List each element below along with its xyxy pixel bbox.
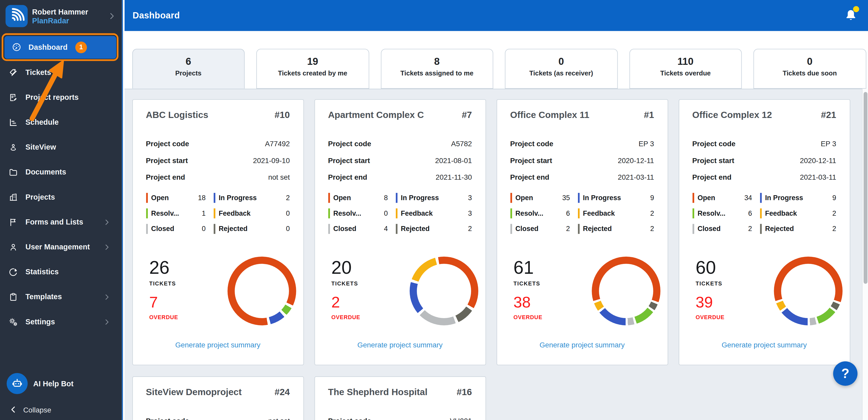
status-count: 0 — [384, 209, 388, 217]
field-value: 2021-03-11 — [618, 173, 654, 181]
project-field-row: Project code EP 3 — [692, 135, 836, 152]
status-color-bar — [578, 193, 580, 203]
field-value: A5782 — [451, 139, 472, 148]
status-color-bar — [213, 193, 215, 203]
status-label: In Progress — [765, 194, 830, 202]
sidebar-item-user-management[interactable]: User Management — [0, 234, 122, 259]
scrollbar-thumb[interactable] — [863, 92, 867, 284]
sidebar-item-documents[interactable]: Documents — [0, 160, 122, 185]
notifications-button[interactable] — [844, 8, 858, 23]
stat-value: 8 — [381, 55, 493, 68]
status-legend-item: Rejected 0 — [213, 224, 290, 234]
sidebar-item-settings[interactable]: Settings — [0, 309, 122, 334]
status-count: 9 — [650, 194, 654, 202]
status-legend-item: Closed 0 — [146, 224, 206, 234]
field-value: 2021-09-10 — [253, 156, 290, 164]
ticket-stats: 61 TICKETS 38 OVERDUE — [514, 258, 542, 320]
project-title: SiteView Demoproject — [146, 387, 242, 397]
sidebar-item-tickets[interactable]: Tickets — [0, 60, 122, 85]
status-label: Rejected — [583, 225, 648, 233]
dashboard-icon — [11, 42, 21, 52]
field-label: Project code — [328, 417, 371, 420]
project-field-row: Project end 2021-03-11 — [510, 169, 654, 185]
sidebar-item-forms-and-lists[interactable]: Forms and Lists — [0, 209, 122, 234]
ticket-stats: 26 TICKETS 7 OVERDUE — [149, 258, 178, 320]
sidebar-item-label: Projects — [25, 193, 55, 201]
status-count: 35 — [562, 194, 570, 202]
tab-projects[interactable]: 6 Projects — [132, 49, 245, 89]
project-card-header: Office Complex 11 #1 — [510, 110, 654, 120]
generate-summary-link[interactable]: Generate project summary — [315, 341, 485, 349]
sidebar-item-templates[interactable]: Templates — [0, 284, 122, 309]
notification-dot — [853, 6, 859, 12]
siteview-icon — [8, 142, 18, 152]
project-number: #24 — [275, 387, 290, 397]
tickets-caption: TICKETS — [331, 281, 360, 287]
sidebar-item-label: Settings — [25, 317, 55, 326]
tab-tickets-overdue[interactable]: 110 Tickets overdue — [629, 49, 742, 89]
status-legend: Open 35 In Progress 9 Resolv... 6 Feedba… — [510, 193, 654, 234]
status-color-bar — [395, 208, 397, 218]
status-legend-item: Open 34 — [692, 193, 752, 203]
account-name: Robert Hammer — [32, 7, 107, 16]
status-label: Rejected — [219, 225, 284, 233]
status-color-bar — [213, 208, 215, 218]
project-card-partial: The Shepherd Hospital #16 Project code V… — [314, 376, 486, 420]
project-field-row: Project code A77492 — [146, 135, 290, 152]
status-legend-item: Closed 2 — [692, 224, 752, 234]
status-count: 8 — [384, 194, 388, 202]
generate-summary-link[interactable]: Generate project summary — [132, 341, 303, 349]
ticket-stats: 60 TICKETS 39 OVERDUE — [695, 258, 724, 320]
generate-summary-link[interactable]: Generate project summary — [497, 341, 667, 349]
status-count: 0 — [286, 209, 290, 217]
status-color-bar — [760, 193, 762, 203]
page-title: Dashboard — [132, 11, 180, 21]
project-fields: Project code A5782 Project start 2021-08… — [328, 135, 472, 185]
status-count: 2 — [748, 225, 752, 233]
chevron-right-icon — [107, 12, 116, 21]
status-count: 2 — [566, 225, 570, 233]
field-label: Project code — [510, 139, 553, 148]
sidebar-item-label: Documents — [25, 168, 66, 176]
field-value: 2020-12-11 — [800, 156, 836, 164]
project-cards-row-1: ABC Logistics #10 Project code A77492 Pr… — [132, 99, 868, 365]
status-legend: Open 18 In Progress 2 Resolv... 1 Feedba… — [146, 193, 290, 234]
field-label: Project code — [328, 139, 371, 148]
field-value: not set — [268, 417, 290, 420]
status-label: Closed — [333, 225, 382, 233]
tickets-caption: TICKETS — [514, 281, 542, 287]
field-value: 2020-12-11 — [618, 156, 654, 164]
chevron-right-icon — [103, 293, 111, 301]
tab-tickets-due-soon[interactable]: 0 Tickets due soon — [753, 49, 866, 89]
sidebar-item-project-reports[interactable]: Project reports — [0, 85, 122, 110]
project-card-header: ABC Logistics #10 — [146, 110, 290, 120]
overdue-caption: OVERDUE — [514, 314, 542, 320]
tab-tickets-as-receiver[interactable]: 0 Tickets (as receiver) — [505, 49, 618, 89]
sidebar-item-label: User Management — [25, 243, 90, 251]
generate-summary-link[interactable]: Generate project summary — [679, 341, 849, 349]
tickets-count: 26 — [149, 258, 178, 277]
tab-tickets-created-by-me[interactable]: 19 Tickets created by me — [256, 49, 369, 89]
status-color-bar — [328, 224, 330, 234]
sidebar-item-siteview[interactable]: SiteView — [0, 135, 122, 160]
sidebar-item-ai-help-bot[interactable]: AI Help Bot — [7, 371, 116, 396]
stat-label: Tickets overdue — [630, 69, 741, 77]
sidebar-item-dashboard[interactable]: Dashboard 1 — [4, 36, 116, 59]
collapse-button[interactable]: Collapse — [9, 402, 51, 417]
status-color-bar — [510, 193, 512, 203]
help-button[interactable]: ? — [833, 361, 857, 386]
sidebar-item-schedule[interactable]: Schedule — [0, 110, 122, 135]
user-management-icon — [8, 242, 18, 252]
status-label: Open — [515, 194, 560, 202]
sidebar-item-statistics[interactable]: Statistics — [0, 259, 122, 284]
status-label: Resolv... — [515, 209, 564, 217]
sidebar-item-projects[interactable]: Projects — [0, 185, 122, 209]
status-color-bar — [146, 208, 148, 218]
field-label: Project code — [146, 417, 189, 420]
tickets-icon — [8, 67, 18, 77]
account-switcher[interactable]: Robert Hammer PlanRadar — [0, 0, 122, 32]
tab-tickets-assigned-to-me[interactable]: 8 Tickets assigned to me — [381, 49, 493, 89]
status-legend-item: Open 18 — [146, 193, 206, 203]
status-label: Open — [333, 194, 382, 202]
status-color-bar — [213, 224, 215, 234]
